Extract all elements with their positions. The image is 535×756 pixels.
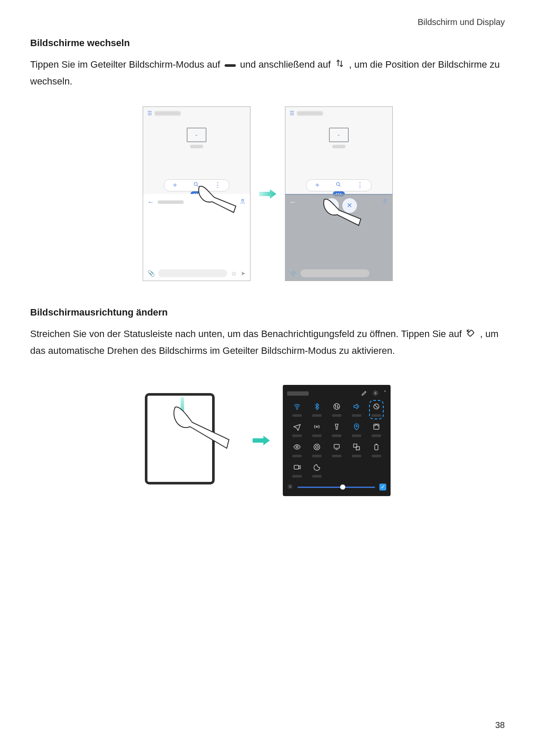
svg-rect-25 xyxy=(375,444,378,450)
quick-settings-grid xyxy=(287,403,386,478)
heading-change-orientation: Bildschirmausrichtung ändern xyxy=(30,307,505,318)
svg-rect-0 xyxy=(225,64,236,67)
send-icon[interactable]: ➤ xyxy=(241,270,246,277)
paragraph-change-orientation: Streichen Sie von der Statusleiste nach … xyxy=(30,326,505,359)
mail-label-blur xyxy=(332,145,345,148)
svg-point-16 xyxy=(316,426,317,427)
auto-rotate-icon xyxy=(466,327,476,343)
tile-label-blur xyxy=(332,455,341,457)
dnd-icon[interactable] xyxy=(312,463,322,478)
tile-label-blur xyxy=(332,434,341,437)
svg-marker-4 xyxy=(259,189,276,199)
tile-label-blur xyxy=(312,475,322,478)
back-icon[interactable]: ← xyxy=(290,198,297,206)
cast-icon[interactable] xyxy=(332,443,341,457)
breadcrumb: Bildschirm und Display xyxy=(30,17,505,27)
svg-point-7 xyxy=(384,199,386,201)
add-icon[interactable]: ＋ xyxy=(172,181,178,190)
text: Tippen Sie im Geteilter Bildschirm-Modus… xyxy=(30,59,223,70)
svg-line-6 xyxy=(339,185,341,187)
svg-point-17 xyxy=(356,425,357,427)
tile-label-blur xyxy=(372,455,381,457)
phone-after: ☰ ＋ ⋮ ← xyxy=(285,106,393,281)
text: und anschließend auf xyxy=(240,59,334,70)
brightness-slider[interactable] xyxy=(297,487,375,488)
emoji-icon[interactable]: ☺ xyxy=(231,270,237,277)
profile-icon[interactable] xyxy=(240,198,246,206)
tile-label-blur xyxy=(312,455,322,457)
svg-marker-10 xyxy=(253,436,270,445)
svg-point-29 xyxy=(289,485,291,487)
swap-icon xyxy=(335,57,344,73)
app-title-blur xyxy=(297,111,323,116)
tile-label-blur xyxy=(292,414,302,417)
airplane-icon[interactable] xyxy=(292,423,302,437)
emoji-icon[interactable]: ☺ xyxy=(373,270,379,277)
eye-comfort-icon[interactable] xyxy=(292,443,302,457)
tile-label-blur xyxy=(372,434,381,437)
svg-line-15 xyxy=(375,405,378,408)
brightness-icon xyxy=(287,484,293,491)
tile-label-blur xyxy=(352,455,361,457)
battery-icon[interactable] xyxy=(372,443,381,457)
message-input[interactable] xyxy=(300,269,370,277)
search-icon[interactable] xyxy=(335,181,341,189)
svg-point-12 xyxy=(297,409,297,409)
finger-pointer xyxy=(166,401,231,461)
swap-toggle-icon[interactable] xyxy=(332,403,341,417)
more-icon[interactable]: ⋮ xyxy=(357,181,363,189)
svg-point-5 xyxy=(337,182,340,185)
settings-icon[interactable] xyxy=(372,390,379,397)
edit-icon[interactable] xyxy=(361,390,367,397)
tile-label-blur xyxy=(312,434,322,437)
heading-switch-screens: Bildschirme wechseln xyxy=(30,37,505,49)
back-icon[interactable]: ← xyxy=(147,198,154,206)
svg-point-11 xyxy=(375,392,376,394)
multiwindow-icon[interactable] xyxy=(352,443,361,457)
svg-point-3 xyxy=(241,199,244,201)
menu-icon: ☰ xyxy=(290,110,294,116)
sound-icon[interactable] xyxy=(352,403,361,417)
mail-icon xyxy=(187,128,206,142)
page: Bildschirm und Display Bildschirme wechs… xyxy=(0,0,535,756)
send-icon[interactable]: ➤ xyxy=(383,270,388,277)
wifi-icon[interactable] xyxy=(292,403,302,417)
finger-pointer xyxy=(320,195,363,230)
paragraph-switch-screens: Tippen Sie im Geteilter Bildschirm-Modus… xyxy=(30,56,505,89)
title-blur xyxy=(158,200,184,204)
tile-label-blur xyxy=(332,414,341,417)
location-icon[interactable] xyxy=(352,423,361,437)
tile-label-blur xyxy=(292,475,302,478)
profile-icon[interactable] xyxy=(382,198,388,206)
app-title-blur xyxy=(155,111,181,116)
illustration-auto-rotate: ˄ ✓ xyxy=(30,385,505,496)
message-input[interactable] xyxy=(158,269,228,277)
tile-label-blur xyxy=(372,414,381,417)
tile-label-blur xyxy=(292,434,302,437)
finger-pointer xyxy=(195,182,238,217)
attach-icon[interactable]: 📎 xyxy=(290,270,297,277)
phone-before: ☰ ＋ ⋮ ← xyxy=(143,106,250,281)
menu-icon: ☰ xyxy=(147,110,152,116)
svg-point-21 xyxy=(316,446,318,448)
svg-point-20 xyxy=(314,444,320,450)
tile-label-blur xyxy=(312,414,322,417)
attach-icon[interactable]: 📎 xyxy=(147,270,155,277)
nfc-icon[interactable] xyxy=(312,443,322,457)
add-icon[interactable]: ＋ xyxy=(314,181,321,190)
illustration-switch-screens: ☰ ＋ ⋮ ← xyxy=(30,106,505,281)
collapse-icon[interactable]: ˄ xyxy=(384,390,386,397)
tile-label-blur xyxy=(352,434,361,437)
svg-rect-22 xyxy=(334,444,339,448)
bluetooth-icon[interactable] xyxy=(312,403,322,417)
svg-point-13 xyxy=(334,403,340,409)
arrow-right-icon xyxy=(253,434,270,447)
hotspot-icon[interactable] xyxy=(312,423,322,437)
screen-record-icon[interactable] xyxy=(292,463,302,478)
screenshot-icon[interactable] xyxy=(372,423,381,437)
auto-rotate-icon[interactable] xyxy=(372,403,381,417)
tile-label-blur xyxy=(292,455,302,457)
mail-icon xyxy=(329,128,349,142)
flashlight-icon[interactable] xyxy=(332,423,341,437)
auto-brightness-toggle[interactable]: ✓ xyxy=(379,484,386,490)
